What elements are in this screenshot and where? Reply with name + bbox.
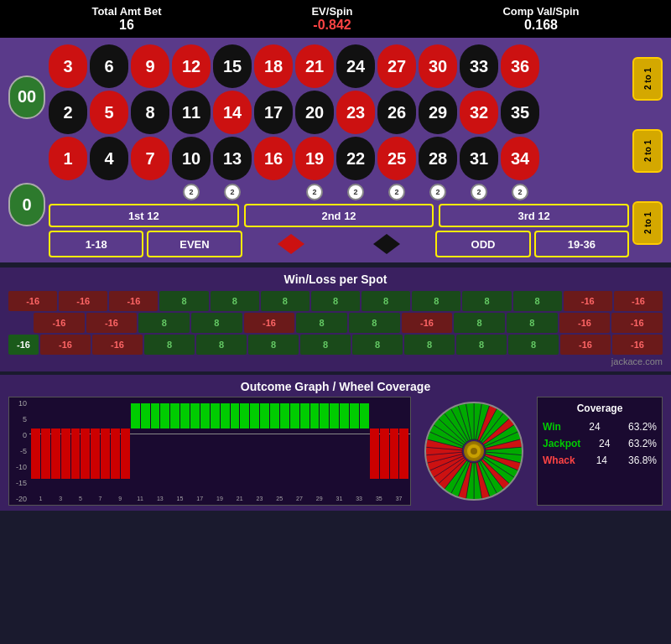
num-25[interactable]: 25: [377, 137, 416, 180]
num-14[interactable]: 14: [213, 91, 252, 134]
bar-item-24: [270, 397, 279, 491]
num-12[interactable]: 12: [172, 44, 211, 88]
dozen-row: 1st 12 2nd 12 3rd 12: [49, 204, 629, 227]
wl-r1-c7: 8: [311, 291, 360, 311]
graph-title: Outcome Graph / Wheel Coverage: [8, 380, 663, 393]
chip-7: 2: [347, 184, 364, 200]
chip-spot-7[interactable]: 2: [336, 184, 375, 200]
num-1[interactable]: 1: [49, 137, 87, 180]
bar-item-35: [380, 397, 389, 491]
wl-r3-c1: -16: [40, 335, 91, 355]
num-9[interactable]: 9: [131, 44, 169, 88]
wl-r2-c10: 8: [507, 313, 558, 333]
num-17[interactable]: 17: [254, 91, 293, 134]
num-23[interactable]: 23: [336, 91, 375, 134]
bet-1-18[interactable]: 1-18: [49, 231, 143, 257]
bet-19-36[interactable]: 19-36: [534, 231, 629, 257]
y-label-0: 0: [9, 431, 29, 439]
wheel-area: [419, 397, 528, 506]
num-13[interactable]: 13: [213, 137, 252, 180]
num-26[interactable]: 26: [377, 91, 416, 134]
dozen-2nd[interactable]: 2nd 12: [244, 204, 434, 227]
num-22[interactable]: 22: [336, 137, 375, 180]
chip-10: 2: [471, 184, 487, 200]
num-3[interactable]: 3: [49, 44, 87, 88]
bar-item-0: [31, 397, 40, 491]
num-32[interactable]: 32: [460, 91, 498, 134]
bar-item-7: [101, 397, 110, 491]
chip-spot-3[interactable]: 2: [172, 184, 211, 200]
num-31[interactable]: 31: [460, 137, 498, 180]
bar-item-14: [170, 397, 179, 491]
num-28[interactable]: 28: [419, 137, 457, 180]
num-36[interactable]: 36: [501, 44, 539, 88]
num-16[interactable]: 16: [254, 137, 293, 180]
num-35[interactable]: 35: [501, 91, 539, 134]
num-4[interactable]: 4: [90, 137, 128, 180]
num-5[interactable]: 5: [90, 91, 128, 134]
svg-marker-0: [278, 234, 304, 254]
wl-row-3: -16 -16 -16 8 8 8 8 8 8 8 8 -16 -16: [8, 335, 663, 355]
num-7[interactable]: 7: [131, 137, 169, 180]
num-29[interactable]: 29: [419, 91, 457, 134]
coverage-win-row: Win 24 63.2%: [543, 421, 657, 433]
bar-fill-22: [250, 403, 259, 428]
bar-item-26: [290, 397, 299, 491]
chip-spot-4[interactable]: 2: [213, 184, 252, 200]
num-8[interactable]: 8: [131, 91, 169, 134]
num-2[interactable]: 2: [49, 91, 87, 134]
num-11[interactable]: 11: [172, 91, 211, 134]
wl-r1-c4: 8: [159, 291, 208, 311]
bar-fill-36: [390, 428, 399, 479]
num-33[interactable]: 33: [460, 44, 498, 88]
chip-spot-9[interactable]: 2: [419, 184, 457, 200]
num-21[interactable]: 21: [295, 44, 334, 88]
bar-fill-28: [310, 403, 320, 428]
bar-item-2: [51, 397, 60, 491]
num-6[interactable]: 6: [90, 44, 128, 88]
chip-6: 2: [306, 184, 323, 200]
black-diamond-cell[interactable]: [341, 231, 432, 257]
bar-item-5: [81, 397, 90, 491]
dozen-3rd[interactable]: 3rd 12: [439, 204, 629, 227]
num-18[interactable]: 18: [254, 44, 293, 88]
bar-item-19: [221, 397, 230, 491]
chip-spot-11[interactable]: 2: [501, 184, 539, 200]
num-30[interactable]: 30: [419, 44, 457, 88]
coverage-win-label: Win: [543, 421, 561, 433]
bar-fill-10: [131, 403, 140, 428]
wl-r2-c2: -16: [86, 313, 138, 333]
roulette-table: 00 0 3 6 9 12 15 18 21 24 27 30 33: [8, 44, 663, 257]
bar-item-30: [330, 397, 339, 491]
bar-fill-30: [330, 403, 339, 428]
num-24[interactable]: 24: [336, 44, 375, 88]
num-27[interactable]: 27: [377, 44, 416, 88]
bar-chart-area: 10 5 0 -5 -10 -15 -20 1 3 5: [8, 397, 411, 506]
two-to-one-top[interactable]: 2 to 1: [632, 57, 663, 101]
num-10[interactable]: 10: [172, 137, 211, 180]
num-19[interactable]: 19: [295, 137, 334, 180]
bar-item-12: [151, 397, 160, 491]
two-to-one-mid[interactable]: 2 to 1: [632, 129, 663, 173]
bet-odd[interactable]: ODD: [435, 231, 530, 257]
x-19: 19: [211, 496, 230, 501]
chip-spot-8[interactable]: 2: [377, 184, 416, 200]
wl-r2-c8: -16: [402, 313, 453, 333]
num-20[interactable]: 20: [295, 91, 334, 134]
chip-spot-10[interactable]: 2: [460, 184, 498, 200]
comp-val-spin-label: Comp Val/Spin: [502, 5, 579, 18]
x-5: 5: [70, 496, 90, 501]
bar-fill-19: [221, 403, 230, 428]
chip-spot-6[interactable]: 2: [295, 184, 334, 200]
dozen-1st[interactable]: 1st 12: [49, 204, 239, 227]
two-to-one-bot[interactable]: 2 to 1: [632, 201, 663, 245]
double-zero[interactable]: 00: [8, 75, 45, 119]
bet-even[interactable]: EVEN: [147, 231, 242, 257]
single-zero[interactable]: 0: [8, 183, 45, 226]
bar-item-17: [200, 397, 210, 491]
red-diamond-cell[interactable]: [246, 231, 337, 257]
num-34[interactable]: 34: [501, 137, 539, 180]
num-15[interactable]: 15: [213, 44, 252, 88]
wl-r2-c5: -16: [244, 313, 295, 333]
bar-item-6: [91, 397, 100, 491]
